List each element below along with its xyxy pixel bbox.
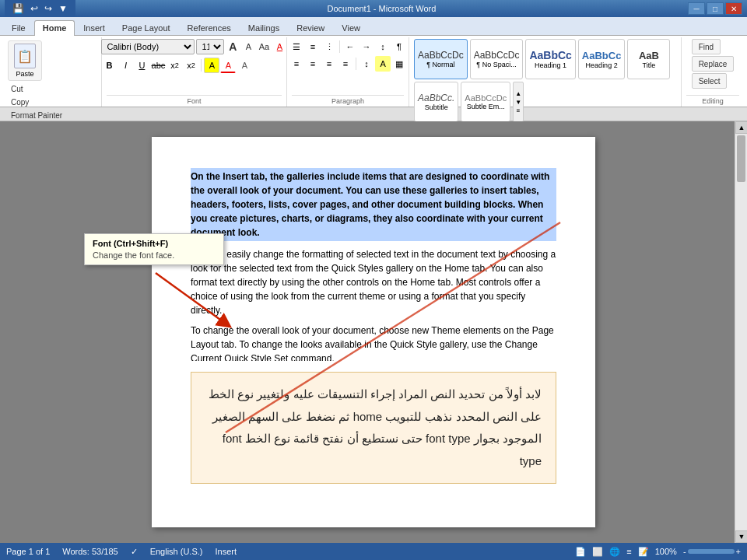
superscript-button[interactable]: x2 [183, 58, 198, 73]
text-highlight-button[interactable]: A [204, 58, 219, 73]
increase-indent-button[interactable]: → [359, 39, 374, 54]
cut-button[interactable]: Cut [8, 82, 65, 95]
paste-button[interactable]: 📋 Paste [8, 40, 42, 81]
align-separator [356, 58, 356, 70]
quick-access-toolbar: 💾 ↩ ↪ ▼ [5, 0, 75, 17]
align-right-button[interactable]: ≡ [321, 56, 337, 72]
document-scroll-area[interactable]: On the Insert tab, the galleries include… [0, 121, 747, 543]
font-size-select[interactable]: 11 [196, 39, 224, 54]
multilevel-list-button[interactable]: ⋮ [321, 39, 337, 54]
restore-button[interactable]: □ [707, 2, 724, 15]
copy-button[interactable]: Copy [8, 96, 65, 108]
font-format-row: B I U abc x2 x2 A A A [101, 58, 252, 73]
title-bar: 💾 ↩ ↪ ▼ Document1 - Microsoft Word ─ □ ✕ [0, 0, 747, 17]
text-effects-button[interactable]: A [237, 58, 252, 73]
decrease-indent-button[interactable]: ← [342, 39, 358, 54]
list-buttons-row: ☰ ≡ ⋮ ← → ↕ ¶ [289, 39, 407, 54]
content-area: On the Insert tab, the galleries include… [0, 121, 747, 543]
zoom-level: 100% [655, 547, 677, 556]
scroll-thumb[interactable] [737, 135, 745, 182]
tab-insert[interactable]: Insert [75, 20, 114, 35]
paragraph-group-label: Paragraph [292, 95, 404, 105]
window-title: Document1 - Microsoft Word [75, 4, 688, 13]
font-group: Calibri (Body) 11 A A Aa A B I U abc x2 [102, 37, 287, 107]
close-button[interactable]: ✕ [725, 2, 742, 15]
page-info: Page 1 of 1 [6, 547, 50, 556]
font-group-label: Font [107, 95, 282, 105]
style-normal[interactable]: AaBbCcDc ¶ Normal [414, 39, 468, 79]
tab-page-layout[interactable]: Page Layout [114, 20, 179, 35]
scroll-down-button[interactable]: ▼ [735, 530, 747, 543]
zoom-out-button[interactable]: - [683, 547, 686, 556]
zoom-track[interactable] [688, 549, 735, 554]
clear-formatting-button[interactable]: A [272, 40, 286, 54]
scroll-track[interactable] [735, 134, 747, 530]
tab-references[interactable]: References [179, 20, 240, 35]
paragraph-2[interactable]: To change the overall look of your docum… [191, 324, 556, 361]
qat-dropdown-icon[interactable]: ▼ [57, 3, 69, 14]
align-center-button[interactable]: ≡ [305, 56, 321, 72]
undo-icon[interactable]: ↩ [29, 3, 40, 14]
strikethrough-button[interactable]: abc [150, 58, 166, 73]
scroll-up-button[interactable]: ▲ [735, 121, 747, 134]
styles-group: AaBbCcDc ¶ Normal AaBbCcDc ¶ No Spaci...… [409, 37, 682, 107]
tab-file[interactable]: File [3, 20, 34, 35]
selected-paragraph[interactable]: On the Insert tab, the galleries include… [191, 168, 556, 241]
tab-home[interactable]: Home [34, 20, 75, 36]
bold-button[interactable]: B [101, 58, 117, 73]
tab-review[interactable]: Review [288, 20, 333, 35]
view-outline-icon[interactable]: ≡ [626, 547, 631, 556]
view-print-icon[interactable]: 📄 [575, 547, 586, 557]
sort-button[interactable]: ↕ [375, 39, 391, 54]
clipboard-group: 📋 Paste Cut Copy Format Painter Clipboar… [3, 37, 102, 107]
view-web-icon[interactable]: 🌐 [609, 547, 620, 557]
view-fullscreen-icon[interactable]: ⬜ [592, 547, 603, 557]
font-shrink-button[interactable]: A [241, 40, 255, 54]
document-page: On the Insert tab, the galleries include… [152, 137, 595, 527]
numbering-button[interactable]: ≡ [305, 39, 321, 54]
align-left-button[interactable]: ≡ [289, 56, 304, 72]
redo-icon[interactable]: ↪ [43, 3, 54, 14]
styles-scroll-buttons[interactable]: ▲ ▼ ≡ [513, 82, 524, 122]
zoom-slider[interactable]: - + [683, 547, 741, 556]
insert-mode[interactable]: Insert [215, 547, 237, 556]
ribbon-tab-bar: File Home Insert Page Layout References … [0, 17, 747, 36]
vertical-scrollbar: ▲ ▼ [735, 121, 747, 543]
bullets-button[interactable]: ☰ [289, 39, 304, 54]
style-heading1[interactable]: AaBbCc Heading 1 [525, 39, 575, 79]
borders-button[interactable]: ▦ [391, 56, 407, 72]
font-name-select[interactable]: Calibri (Body) [101, 39, 195, 54]
paragraph-1[interactable]: You can easily change the formatting of … [191, 247, 556, 317]
show-formatting-button[interactable]: ¶ [391, 39, 407, 54]
subscript-button[interactable]: x2 [167, 58, 182, 73]
tab-view[interactable]: View [333, 20, 369, 35]
app-window: 💾 ↩ ↪ ▼ Document1 - Microsoft Word ─ □ ✕… [0, 0, 747, 560]
font-grow-button[interactable]: A [226, 40, 240, 54]
editing-group: Find Replace Select Editing [682, 37, 744, 107]
save-icon[interactable]: 💾 [11, 3, 26, 14]
style-subtle-emphasis[interactable]: AaBbCcDc Subtle Em... [461, 82, 510, 122]
tab-mailings[interactable]: Mailings [240, 20, 288, 35]
line-spacing-button[interactable]: ↕ [359, 56, 374, 72]
font-color-button[interactable]: A [220, 58, 236, 73]
change-case-button[interactable]: Aa [257, 40, 271, 54]
style-subtitle[interactable]: AaBbCc. Subtitle [414, 82, 458, 122]
find-button[interactable]: Find [692, 39, 721, 54]
minimize-button[interactable]: ─ [688, 2, 705, 15]
status-bar: Page 1 of 1 Words: 53/185 ✓ English (U.S… [0, 543, 747, 560]
view-draft-icon[interactable]: 📝 [638, 547, 649, 557]
underline-button[interactable]: U [134, 58, 149, 73]
shading-button[interactable]: A [375, 56, 391, 72]
italic-button[interactable]: I [117, 58, 133, 73]
style-heading2[interactable]: AaBbCc Heading 2 [578, 39, 626, 79]
justify-button[interactable]: ≡ [338, 56, 353, 72]
tooltip-title: Font (Ctrl+Shift+F) [93, 239, 216, 248]
select-button[interactable]: Select [692, 73, 728, 89]
style-no-spacing[interactable]: AaBbCcDc ¶ No Spaci... [470, 39, 524, 79]
format-painter-button[interactable]: Format Painter [8, 109, 65, 121]
style-title[interactable]: AaB Title [627, 39, 670, 79]
language-info[interactable]: English (U.S.) [150, 547, 203, 556]
zoom-in-button[interactable]: + [736, 547, 741, 556]
replace-button[interactable]: Replace [692, 56, 735, 72]
paragraph-group: ☰ ≡ ⋮ ← → ↕ ¶ ≡ ≡ ≡ ≡ ↕ A ▦ [287, 37, 409, 107]
